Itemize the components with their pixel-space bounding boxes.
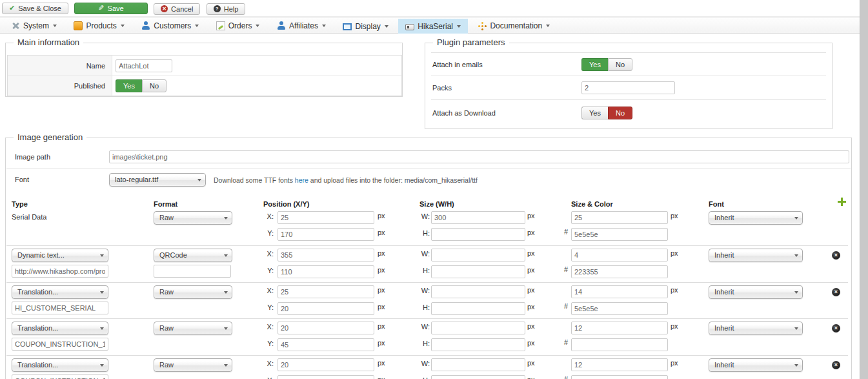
chevron-down-icon bbox=[385, 25, 389, 28]
row0-x-input[interactable] bbox=[278, 211, 374, 224]
row4-h-input[interactable] bbox=[431, 375, 525, 379]
px-label: px bbox=[378, 322, 385, 330]
menu-item-system[interactable]: System bbox=[4, 18, 64, 33]
row1-format-select[interactable]: QRCode bbox=[154, 249, 232, 262]
vertical-scrollbar[interactable] bbox=[860, 0, 868, 379]
row4-color-input[interactable] bbox=[571, 375, 668, 379]
font-select-value: lato-regular.ttf bbox=[115, 176, 158, 183]
row0-format-select[interactable]: Raw bbox=[154, 211, 232, 225]
row1-delete-button[interactable] bbox=[832, 251, 840, 260]
row0-w-input[interactable] bbox=[431, 211, 525, 224]
row3-color-input[interactable] bbox=[571, 338, 668, 351]
row4-delete-button[interactable] bbox=[832, 361, 840, 369]
image-path-input[interactable] bbox=[109, 150, 849, 163]
attach-as-download-no-button[interactable]: No bbox=[608, 107, 632, 119]
row2-h-input[interactable] bbox=[431, 302, 525, 315]
add-line-button[interactable] bbox=[838, 198, 846, 206]
row1-y-input[interactable] bbox=[278, 265, 374, 278]
cancel-button[interactable]: ✕ Cancel bbox=[154, 3, 200, 15]
menu-item-customers[interactable]: Customers bbox=[134, 18, 206, 33]
font-select[interactable]: lato-regular.ttf bbox=[109, 173, 206, 187]
row3-delete-button[interactable] bbox=[832, 324, 840, 333]
ttf-fonts-link[interactable]: here bbox=[295, 176, 308, 184]
row4-fontsize-input[interactable] bbox=[571, 358, 668, 371]
row2-color-input[interactable] bbox=[571, 302, 668, 315]
px-label: px bbox=[378, 266, 385, 274]
row3-x-input[interactable] bbox=[278, 322, 374, 334]
help-button[interactable]: ? Help bbox=[207, 3, 246, 15]
save-button[interactable]: ✎ Save bbox=[74, 3, 147, 14]
published-yes-button[interactable]: Yes bbox=[116, 79, 142, 92]
menu-item-products[interactable]: Products bbox=[66, 18, 131, 33]
row0-color-input[interactable] bbox=[571, 228, 668, 241]
row3-type-select[interactable]: Translation... bbox=[12, 322, 108, 335]
menu-item-orders[interactable]: Orders bbox=[209, 18, 267, 33]
menu-item-display[interactable]: Display bbox=[336, 19, 395, 34]
row2-fontsize-input[interactable] bbox=[571, 285, 668, 298]
px-label: px bbox=[378, 286, 385, 294]
attach-as-download-label: Attach as Download bbox=[431, 109, 581, 117]
row1-fontsize-input[interactable] bbox=[571, 249, 668, 261]
hash-label: # bbox=[564, 228, 568, 236]
row2-font-select[interactable]: Inherit bbox=[709, 285, 803, 299]
row3-w-input[interactable] bbox=[431, 322, 525, 334]
attach-as-download-yes-button[interactable]: Yes bbox=[581, 107, 608, 119]
row4-font-select[interactable]: Inherit bbox=[709, 358, 803, 372]
packs-input[interactable] bbox=[581, 81, 675, 94]
font-help-text: Download some TTF fonts here and upload … bbox=[214, 176, 478, 184]
row1-format-data-input[interactable] bbox=[154, 265, 231, 278]
row3-y-input[interactable] bbox=[278, 338, 374, 351]
chevron-down-icon bbox=[794, 254, 798, 257]
chevron-down-icon bbox=[457, 25, 461, 28]
row1-color-input[interactable] bbox=[571, 265, 668, 278]
menu-item-hikaserial[interactable]: HikaSerial bbox=[398, 19, 468, 34]
save-close-button[interactable]: ✔ Save & Close bbox=[2, 3, 68, 14]
row0-font-select[interactable]: Inherit bbox=[709, 211, 803, 225]
chevron-down-icon bbox=[322, 25, 326, 27]
row2-type-select[interactable]: Translation... bbox=[12, 285, 108, 299]
system-icon bbox=[11, 21, 20, 30]
chevron-down-icon bbox=[546, 25, 550, 27]
menu-item-affiliates[interactable]: Affiliates bbox=[270, 18, 333, 33]
row1-type-data-input[interactable] bbox=[12, 265, 108, 278]
row3-type-data-input[interactable] bbox=[12, 338, 108, 351]
row0-y-input[interactable] bbox=[278, 228, 374, 241]
row1-h-input[interactable] bbox=[431, 265, 525, 278]
row1-type-select[interactable]: Dynamic text... bbox=[12, 249, 108, 262]
row2-y-input[interactable] bbox=[278, 302, 374, 315]
row3-h-input[interactable] bbox=[431, 338, 525, 351]
row0-h-input[interactable] bbox=[431, 228, 525, 241]
menu-item-documentation[interactable]: Documentation bbox=[470, 18, 557, 33]
row4-y-input[interactable] bbox=[278, 375, 374, 379]
documentation-icon bbox=[478, 21, 487, 30]
chevron-down-icon bbox=[224, 254, 228, 257]
row3-format-select[interactable]: Raw bbox=[154, 322, 232, 335]
row1-font-select[interactable]: Inherit bbox=[709, 249, 803, 262]
row2-type-data-input[interactable] bbox=[12, 302, 108, 314]
attach-in-emails-yes-button[interactable]: Yes bbox=[581, 58, 608, 71]
row2-w-input[interactable] bbox=[431, 285, 525, 298]
row4-w-input[interactable] bbox=[431, 358, 525, 371]
row2-format-select[interactable]: Raw bbox=[154, 285, 232, 299]
row2-x-input[interactable] bbox=[278, 285, 374, 298]
chevron-down-icon bbox=[794, 291, 798, 294]
row2-delete-button[interactable] bbox=[832, 288, 840, 296]
row1-x-input[interactable] bbox=[278, 249, 374, 261]
row3-format-value: Raw bbox=[159, 324, 174, 332]
row1-w-input[interactable] bbox=[431, 249, 525, 261]
name-input[interactable] bbox=[116, 59, 172, 72]
row3-fontsize-input[interactable] bbox=[571, 322, 668, 334]
published-no-button[interactable]: No bbox=[142, 79, 167, 92]
chevron-down-icon bbox=[794, 364, 798, 367]
row3-font-select[interactable]: Inherit bbox=[709, 322, 803, 335]
row4-type-select[interactable]: Translation... bbox=[12, 358, 108, 372]
row0-fontsize-input[interactable] bbox=[571, 211, 668, 224]
row4-format-select[interactable]: Raw bbox=[154, 358, 232, 372]
row4-x-input[interactable] bbox=[278, 358, 374, 371]
row4-type-data-input[interactable] bbox=[12, 374, 108, 379]
attach-in-emails-no-button[interactable]: No bbox=[608, 58, 632, 71]
h-label: H: bbox=[418, 267, 430, 274]
menu-label: HikaSerial bbox=[418, 22, 453, 31]
px-label: px bbox=[378, 339, 385, 347]
px-label: px bbox=[527, 266, 535, 274]
